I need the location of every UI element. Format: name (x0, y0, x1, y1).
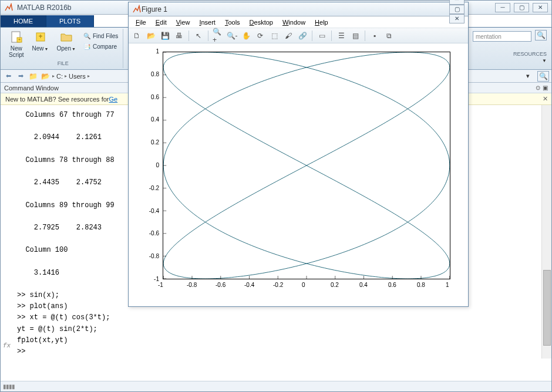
resources-dropdown[interactable]: ▼ (542, 58, 547, 63)
search-doc-input[interactable]: mentation (473, 31, 531, 42)
folder-browse-icon[interactable]: 📂 (40, 72, 51, 81)
find-files-button[interactable]: 🔍Find Files (82, 31, 119, 40)
new-icon: + (33, 30, 48, 44)
compare-icon: 📑 (83, 42, 91, 50)
x-tick-label: 0 (302, 282, 305, 288)
new-button[interactable]: + New▼ (30, 29, 51, 53)
tb-link-icon[interactable]: 🔗 (297, 30, 308, 42)
x-tick-label: -1 (158, 282, 163, 288)
fig-maximize-button[interactable]: ▢ (449, 5, 465, 14)
tb-data-cursor-icon[interactable]: ⬚ (268, 30, 280, 42)
find-files-icon: 🔍 (83, 32, 91, 40)
y-tick-label: -1 (145, 276, 159, 282)
file-group-label: FILE (58, 60, 69, 66)
tb-zoom-in-icon[interactable]: 🔍+ (212, 30, 224, 42)
y-tick-label: -0.4 (145, 208, 159, 214)
x-tick-label: 1 (446, 282, 449, 288)
menu-insert[interactable]: Insert (194, 18, 220, 27)
svg-text:+: + (18, 37, 21, 42)
figure-plot-area: -1-0.8-0.6-0.4-0.200.20.40.60.81 -1-0.8-… (129, 43, 468, 306)
tab-plots[interactable]: PLOTS (46, 15, 94, 27)
tb-hide-icon[interactable]: ▪ (369, 30, 381, 42)
open-icon (59, 30, 73, 44)
search-doc-button[interactable]: 🔍 (535, 30, 547, 40)
lissajous-curve (163, 52, 450, 279)
y-tick-label: 1 (145, 48, 159, 55)
svg-text:+: + (38, 32, 42, 40)
find-files-label: Find Files (93, 33, 118, 39)
menu-tools[interactable]: Tools (220, 18, 245, 27)
figure-menu-bar: File Edit View Insert Tools Desktop Wind… (129, 16, 468, 28)
x-tick-label: 0.8 (417, 282, 425, 288)
menu-view[interactable]: View (171, 18, 195, 27)
crumb-users[interactable]: Users (69, 73, 86, 80)
new-script-icon: + (9, 30, 23, 44)
figure-window: Figure 1 ─ ▢ ✕ File Edit View Insert Too… (128, 2, 469, 307)
banner-link[interactable]: Ge (109, 96, 117, 103)
y-tick-label: 0.2 (145, 139, 159, 146)
search-icon: 🔍 (539, 72, 548, 80)
address-search-button[interactable]: 🔍 (537, 71, 549, 82)
minimize-button[interactable]: ─ (495, 3, 510, 12)
y-tick-label: 0.8 (145, 71, 159, 77)
menu-window[interactable]: Window (278, 18, 310, 27)
axes-box[interactable] (163, 52, 450, 279)
tb-brush-icon[interactable]: 🖌 (282, 30, 294, 42)
y-tick-label: 0.6 (145, 94, 159, 100)
compare-label: Compare (93, 43, 117, 50)
banner-text: New to MATLAB? See resources for (5, 96, 109, 103)
x-tick-label: 0.4 (359, 282, 368, 288)
nav-forward-button[interactable]: ➡ (15, 72, 26, 81)
close-button[interactable]: ✕ (533, 3, 548, 12)
tb-dock-icon[interactable]: ⧉ (383, 30, 395, 42)
x-tick-label: -0.4 (244, 282, 254, 288)
tb-print-icon[interactable]: 🖶 (173, 30, 185, 42)
x-tick-label: 0.2 (331, 282, 339, 288)
menu-file[interactable]: File (131, 18, 151, 27)
fig-close-button[interactable]: ✕ (449, 14, 465, 23)
matlab-logo-icon (4, 3, 14, 12)
menu-desktop[interactable]: Desktop (245, 18, 278, 27)
y-tick-label: -0.8 (145, 253, 159, 259)
tb-save-icon[interactable]: 💾 (159, 30, 171, 42)
cmd-min-icon[interactable]: ⊙ (536, 85, 540, 91)
status-grip-icon: ▮▮▮▮ (3, 383, 15, 390)
search-placeholder: mentation (476, 33, 501, 40)
cmd-dock-icon[interactable]: ▣ (543, 85, 548, 91)
new-script-label: New Script (9, 45, 24, 58)
tb-edit-arrow-icon[interactable]: ↖ (193, 30, 204, 42)
menu-help[interactable]: Help (310, 18, 333, 27)
open-button[interactable]: Open▼ (55, 29, 78, 53)
new-script-button[interactable]: + New Script (6, 29, 26, 59)
nav-back-button[interactable]: ⬅ (3, 72, 14, 81)
address-dropdown[interactable]: ▾ (523, 72, 533, 81)
tb-zoom-out-icon[interactable]: 🔍- (226, 30, 238, 42)
search-icon: 🔍 (537, 31, 546, 39)
y-tick-label: 0.4 (145, 116, 159, 123)
figure-title-bar[interactable]: Figure 1 ─ ▢ ✕ (129, 2, 468, 16)
tb-new-icon[interactable]: 🗋 (131, 30, 143, 42)
open-label: Open▼ (57, 45, 76, 52)
maximize-button[interactable]: ▢ (514, 3, 529, 12)
fig-minimize-button[interactable]: ─ (449, 0, 465, 5)
status-bar: ▮▮▮▮ (1, 381, 551, 391)
tb-open-icon[interactable]: 📂 (145, 30, 157, 42)
banner-close-button[interactable]: ✕ (543, 95, 548, 103)
menu-edit[interactable]: Edit (151, 18, 171, 27)
tb-rotate-icon[interactable]: ⟳ (254, 30, 266, 42)
tb-legend2-icon[interactable]: ▤ (349, 30, 361, 42)
tb-colorbar-icon[interactable]: ▭ (316, 30, 328, 42)
tab-home[interactable]: HOME (1, 15, 46, 27)
vertical-scrollbar[interactable] (541, 105, 551, 359)
new-label: New▼ (32, 45, 49, 52)
compare-button[interactable]: 📑Compare (82, 42, 119, 51)
tb-legend-icon[interactable]: ☰ (335, 30, 347, 42)
tb-pan-icon[interactable]: ✋ (240, 30, 252, 42)
folder-up-icon[interactable]: 📁 (28, 72, 38, 81)
x-tick-label: -0.2 (273, 282, 283, 288)
command-window-title: Command Window (4, 85, 59, 92)
x-tick-label: -0.6 (216, 282, 225, 288)
y-tick-label: -0.6 (145, 230, 159, 236)
crumb-drive[interactable]: C: (56, 73, 63, 80)
y-tick-label: -0.2 (145, 185, 159, 191)
